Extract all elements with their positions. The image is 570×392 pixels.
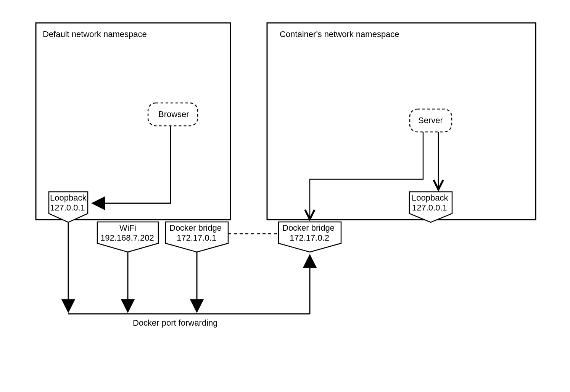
default-loopback-label: Loopback	[50, 193, 87, 202]
server-to-docker-bridge-line	[310, 132, 423, 217]
container-namespace-title: Container's network namespace	[280, 29, 399, 39]
container-docker-bridge-ip: 172.17.0.2	[290, 233, 329, 243]
wifi-label: WiFi	[119, 223, 136, 233]
default-docker-bridge-ip: 172.17.0.1	[177, 233, 216, 243]
default-docker-bridge-label: Docker bridge	[169, 223, 222, 233]
container-loopback-label: Loopback	[412, 193, 448, 202]
default-namespace-box	[36, 23, 230, 220]
default-docker-bridge-interface: Docker bridge 172.17.0.1	[166, 222, 228, 252]
container-namespace-box	[267, 23, 536, 220]
container-docker-bridge-label: Docker bridge	[282, 223, 335, 233]
wifi-interface: WiFi 192.168.7.202	[97, 222, 158, 252]
default-loopback-ip: 127.0.0.1	[50, 203, 85, 212]
default-namespace-title: Default network namespace	[43, 29, 147, 39]
browser-label: Browser	[158, 109, 189, 119]
container-docker-bridge-interface: Docker bridge 172.17.0.2	[279, 222, 341, 252]
default-loopback-interface: Loopback 127.0.0.1	[49, 192, 88, 222]
port-forwarding-label: Docker port forwarding	[133, 318, 218, 328]
container-loopback-ip: 127.0.0.1	[412, 203, 447, 212]
browser-to-loopback-arrow	[93, 126, 171, 203]
server-label: Server	[418, 116, 443, 125]
container-loopback-interface: Loopback 127.0.0.1	[409, 192, 452, 222]
wifi-ip: 192.168.7.202	[100, 233, 154, 243]
